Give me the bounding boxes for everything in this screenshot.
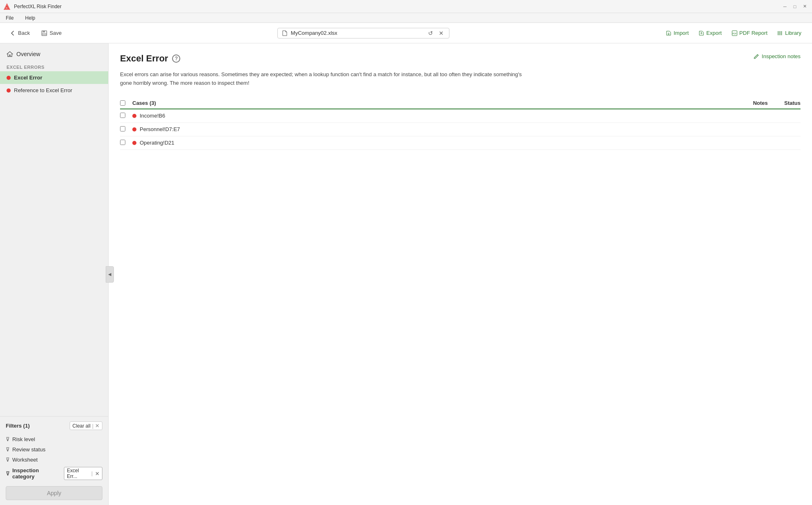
close-file-button[interactable]: ✕ bbox=[438, 30, 445, 36]
save-icon bbox=[41, 30, 47, 36]
content-area: Excel Error ? Inspection notes Excel err… bbox=[109, 43, 812, 505]
filter-review-status[interactable]: ⊽ Review status bbox=[6, 444, 102, 455]
library-icon bbox=[777, 30, 783, 36]
import-icon bbox=[666, 30, 671, 36]
filter-funnel-icon-4: ⊽ bbox=[6, 471, 10, 477]
case-checkbox-1[interactable] bbox=[120, 113, 125, 118]
case-check-1 bbox=[120, 113, 132, 119]
case-name-1: Income!B6 bbox=[140, 113, 165, 119]
case-dot-wrap-2: Personnel!D7:E7 bbox=[132, 126, 801, 132]
page-title: Excel Error bbox=[120, 53, 168, 64]
filter-worksheet-label: Worksheet bbox=[12, 457, 38, 463]
maximize-button[interactable]: □ bbox=[791, 2, 799, 11]
title-bar-left: X PerfectXL Risk Finder bbox=[3, 3, 61, 10]
pdf-report-button[interactable]: PDF PDF Report bbox=[728, 28, 772, 38]
filter-review-status-label: Review status bbox=[12, 446, 45, 453]
sidebar-item-excel-error[interactable]: Excel Error bbox=[0, 71, 108, 84]
case-check-2 bbox=[120, 126, 132, 133]
case-check-3 bbox=[120, 140, 132, 146]
save-button[interactable]: Save bbox=[38, 28, 65, 38]
sidebar-top: Overview Excel Errors Excel Error Refere… bbox=[0, 43, 108, 416]
app-title: PerfectXL Risk Finder bbox=[14, 4, 61, 9]
filter-worksheet[interactable]: ⊽ Worksheet bbox=[6, 455, 102, 465]
toolbar-right: Import Export PDF PDF Report Library bbox=[662, 28, 805, 38]
filter-tag-excel-err: Excel Err... | ✕ bbox=[64, 467, 102, 480]
cases-header-row: Cases (3) Notes Status bbox=[120, 97, 801, 109]
main-layout: Overview Excel Errors Excel Error Refere… bbox=[0, 43, 812, 505]
filter-funnel-icon: ⊽ bbox=[6, 436, 10, 442]
back-button[interactable]: Back bbox=[7, 28, 33, 38]
sidebar-collapse-handle[interactable]: ◀ bbox=[106, 266, 114, 283]
inspection-notes-button[interactable]: Inspection notes bbox=[753, 53, 801, 59]
clear-all-button[interactable]: Clear all | ✕ bbox=[70, 421, 102, 430]
menu-bar: File Help bbox=[0, 13, 812, 23]
case-checkbox-2[interactable] bbox=[120, 126, 125, 131]
menu-help[interactable]: Help bbox=[23, 14, 38, 22]
export-button[interactable]: Export bbox=[694, 28, 726, 38]
minimize-button[interactable]: ─ bbox=[781, 2, 789, 11]
sidebar-wrapper: Overview Excel Errors Excel Error Refere… bbox=[0, 43, 109, 505]
cases-header-check bbox=[120, 100, 132, 106]
svg-text:X: X bbox=[6, 6, 8, 10]
svg-rect-5 bbox=[42, 33, 46, 35]
nav-dot-red-2 bbox=[7, 88, 11, 93]
app-icon: X bbox=[3, 3, 11, 10]
filter-risk-level[interactable]: ⊽ Risk level bbox=[6, 434, 102, 444]
close-button[interactable]: ✕ bbox=[801, 2, 809, 11]
help-icon[interactable]: ? bbox=[172, 54, 180, 63]
toolbar: Back Save MyCompany02.xlsx ↺ ✕ Import bbox=[0, 23, 812, 43]
svg-rect-10 bbox=[781, 31, 782, 35]
case-name-3: Operating!D21 bbox=[140, 140, 175, 146]
svg-text:PDF: PDF bbox=[733, 32, 737, 35]
pdf-icon: PDF bbox=[732, 30, 737, 36]
nav-dot-red bbox=[7, 76, 11, 80]
cases-header-label: Cases (3) bbox=[132, 100, 735, 106]
filter-inspection-category-label: Inspection category bbox=[12, 467, 60, 480]
content-header: Excel Error ? Inspection notes bbox=[120, 53, 801, 64]
menu-file[interactable]: File bbox=[3, 14, 16, 22]
table-row[interactable]: Operating!D21 bbox=[120, 136, 801, 150]
svg-rect-9 bbox=[779, 31, 780, 35]
import-button[interactable]: Import bbox=[662, 28, 693, 38]
case-dot-1 bbox=[132, 114, 136, 118]
file-input-wrap: MyCompany02.xlsx ↺ ✕ bbox=[277, 28, 449, 38]
back-icon bbox=[10, 30, 16, 36]
svg-rect-4 bbox=[43, 31, 45, 32]
table-row[interactable]: Personnel!D7:E7 bbox=[120, 123, 801, 136]
file-bar: MyCompany02.xlsx ↺ ✕ bbox=[70, 28, 657, 38]
filter-tag-remove[interactable]: ✕ bbox=[95, 471, 100, 477]
case-name-2: Personnel!D7:E7 bbox=[140, 126, 180, 132]
library-button[interactable]: Library bbox=[773, 28, 805, 38]
cases-table: Cases (3) Notes Status Income!B6 bbox=[120, 97, 801, 150]
case-dot-2 bbox=[132, 127, 136, 131]
filter-risk-level-label: Risk level bbox=[12, 436, 35, 442]
overview-label: Overview bbox=[16, 51, 40, 57]
filter-funnel-icon-3: ⊽ bbox=[6, 457, 10, 463]
case-checkbox-3[interactable] bbox=[120, 140, 125, 145]
home-icon bbox=[7, 51, 13, 57]
case-dot-wrap-3: Operating!D21 bbox=[132, 140, 801, 146]
title-bar-controls: ─ □ ✕ bbox=[781, 2, 809, 11]
reload-button[interactable]: ↺ bbox=[427, 30, 434, 36]
filter-funnel-icon-2: ⊽ bbox=[6, 446, 10, 453]
sidebar: Overview Excel Errors Excel Error Refere… bbox=[0, 43, 109, 505]
title-bar: X PerfectXL Risk Finder ─ □ ✕ bbox=[0, 0, 812, 13]
sidebar-section-label: Excel Errors bbox=[0, 61, 108, 71]
sidebar-item-ref-excel-error-label: Reference to Excel Error bbox=[14, 87, 72, 93]
cases-header-notes: Notes bbox=[735, 100, 768, 106]
sidebar-item-ref-excel-error[interactable]: Reference to Excel Error bbox=[0, 84, 108, 97]
file-icon bbox=[282, 30, 288, 36]
filters-section: Filters (1) Clear all | ✕ ⊽ Risk level ⊽… bbox=[0, 416, 108, 505]
select-all-checkbox[interactable] bbox=[120, 100, 125, 106]
filter-inspection-category[interactable]: ⊽ Inspection category Excel Err... | ✕ bbox=[6, 465, 102, 482]
table-row[interactable]: Income!B6 bbox=[120, 109, 801, 123]
edit-icon bbox=[753, 54, 759, 59]
case-dot-3 bbox=[132, 141, 136, 145]
cases-header-status: Status bbox=[768, 100, 801, 106]
sidebar-item-overview[interactable]: Overview bbox=[0, 47, 108, 61]
apply-button[interactable]: Apply bbox=[6, 486, 102, 500]
file-name: MyCompany02.xlsx bbox=[291, 30, 424, 36]
export-icon bbox=[699, 30, 704, 36]
case-dot-wrap-1: Income!B6 bbox=[132, 113, 801, 119]
filters-title: Filters (1) bbox=[6, 423, 30, 429]
